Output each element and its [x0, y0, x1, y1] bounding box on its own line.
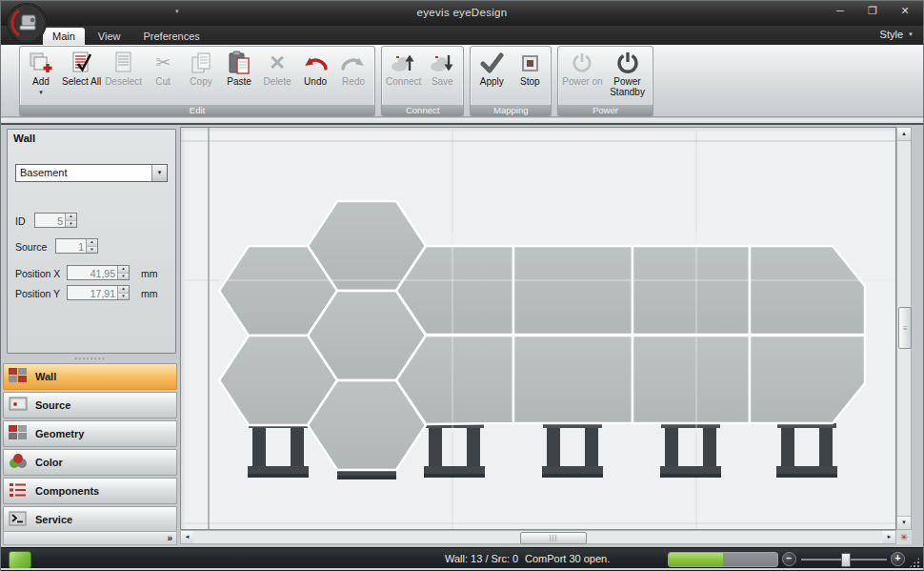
stop-button[interactable]: Stop — [511, 47, 549, 104]
id-value: 5 — [35, 214, 65, 227]
cut-label: Cut — [155, 77, 171, 88]
apply-button[interactable]: Apply — [472, 47, 511, 104]
tab-view[interactable]: View — [89, 28, 131, 45]
apply-check-icon — [480, 49, 504, 77]
add-button[interactable]: Add ▼ — [22, 47, 60, 104]
copy-label: Copy — [190, 77, 211, 88]
undo-button[interactable]: Undo — [296, 47, 334, 104]
position-x-field[interactable]: 41,95 ▲▼ — [67, 265, 130, 280]
source-spinner[interactable]: ▲▼ — [86, 239, 97, 253]
sidebar-item-service[interactable]: Service — [3, 506, 177, 533]
sidebar-item-components[interactable]: Components — [3, 478, 177, 504]
id-spinner[interactable]: ▲▼ — [65, 214, 76, 227]
source-label: Source — [15, 241, 47, 253]
save-download-icon — [430, 49, 455, 77]
app-window: ▾ eyevis eyeDesign ─ ❐ ✕ Main View Prefe… — [0, 0, 924, 571]
tab-main[interactable]: Main — [43, 28, 85, 45]
id-field[interactable]: 5 ▲▼ — [34, 213, 77, 228]
cube-display[interactable] — [750, 336, 865, 423]
window-bottom-edge — [1, 568, 923, 570]
deselect-label: Deselect — [105, 77, 142, 88]
design-canvas[interactable] — [180, 127, 896, 530]
save-button[interactable]: Save — [423, 47, 461, 104]
cube-display[interactable] — [513, 246, 633, 335]
redo-icon — [341, 49, 366, 77]
delete-button[interactable]: ✕ Delete — [258, 47, 296, 104]
vertical-scrollbar[interactable]: ▲ ☰ ▼ — [896, 127, 912, 530]
power-on-button[interactable]: Power on — [560, 47, 604, 104]
cube-display[interactable] — [750, 246, 865, 335]
position-x-spinner[interactable]: ▲▼ — [117, 266, 129, 279]
cut-button[interactable]: ✂ Cut — [144, 47, 182, 104]
deselect-button[interactable]: Deselect — [103, 47, 144, 104]
style-menu[interactable]: Style ▼ — [880, 29, 914, 40]
ribbon-tab-strip: Main View Preferences Style ▼ — [1, 26, 923, 45]
close-button[interactable]: ✕ — [896, 5, 914, 17]
redo-label: Redo — [342, 77, 365, 88]
deselect-icon — [112, 49, 134, 77]
chevron-down-icon[interactable]: ▼ — [151, 165, 167, 181]
sidebar-nav: Wall Source — [3, 363, 177, 535]
spinner-up-icon[interactable]: ▲ — [118, 266, 129, 274]
sidebar-item-label: Geometry — [35, 428, 84, 439]
app-logo-icon[interactable] — [6, 2, 48, 44]
wall-selector-dropdown[interactable]: Basement ▼ — [15, 164, 168, 182]
position-x-label: Position X — [15, 268, 60, 279]
power-on-label: Power on — [562, 77, 602, 88]
spinner-down-icon[interactable]: ▼ — [118, 274, 129, 280]
power-standby-button[interactable]: Power Standby — [605, 47, 651, 104]
maximize-button[interactable]: ❐ — [864, 5, 881, 17]
position-y-spinner[interactable]: ▲▼ — [117, 286, 129, 299]
power-on-icon — [571, 49, 593, 77]
spinner-up-icon[interactable]: ▲ — [87, 239, 97, 247]
collapse-sidebar-button[interactable]: » — [167, 533, 172, 543]
add-label: Add — [32, 77, 50, 88]
cube-display[interactable] — [633, 246, 750, 335]
power-standby-label: Power Standby — [607, 77, 649, 97]
spinner-up-icon[interactable]: ▲ — [66, 214, 76, 221]
position-x-value: 41,95 — [68, 266, 117, 279]
scroll-right-icon[interactable]: ► — [883, 531, 895, 543]
spinner-down-icon[interactable]: ▼ — [87, 247, 97, 254]
minimize-button[interactable]: ─ — [832, 5, 849, 17]
zoom-in-button[interactable]: + — [891, 552, 905, 566]
horizontal-scrollbar-thumb[interactable]: ||| — [520, 532, 587, 544]
tab-preferences[interactable]: Preferences — [134, 28, 210, 45]
source-value: 1 — [56, 239, 86, 253]
spinner-down-icon[interactable]: ▼ — [118, 294, 129, 300]
scroll-up-icon[interactable]: ▲ — [897, 128, 911, 141]
spinner-up-icon[interactable]: ▲ — [118, 286, 129, 294]
group-label-mapping: Mapping — [471, 105, 551, 116]
position-y-value: 17,91 — [68, 286, 117, 299]
source-field[interactable]: 1 ▲▼ — [55, 238, 98, 254]
copy-button[interactable]: Copy — [182, 47, 220, 104]
redo-button[interactable]: Redo — [334, 47, 372, 104]
progress-bar-fill — [669, 553, 723, 566]
wall-src-status: Wall: 13 / Src: 0 — [445, 553, 518, 564]
zoom-out-button[interactable]: − — [782, 552, 796, 566]
scroll-left-icon[interactable]: ◄ — [181, 531, 193, 543]
scroll-down-icon[interactable]: ▼ — [897, 516, 911, 529]
position-y-field[interactable]: 17,91 ▲▼ — [67, 285, 130, 300]
service-icon — [9, 511, 28, 528]
zoom-slider-thumb[interactable] — [841, 553, 851, 567]
sidebar-item-color[interactable]: Color — [3, 449, 177, 476]
sidebar-item-geometry[interactable]: Geometry — [3, 420, 177, 447]
spinner-down-icon[interactable]: ▼ — [66, 221, 76, 228]
position-y-unit: mm — [141, 288, 158, 299]
select-all-button[interactable]: Select All — [60, 47, 103, 104]
main-area: Wall Basement ▼ ID 5 ▲▼ Source 1 ▲▼ — [1, 123, 923, 547]
paste-button[interactable]: Paste — [220, 47, 258, 104]
window-resize-grip[interactable] — [909, 557, 920, 568]
connect-button[interactable]: Connect — [384, 47, 423, 104]
cube-display[interactable] — [633, 336, 750, 423]
chevron-down-icon: ▼ — [908, 31, 914, 37]
sidebar-item-source[interactable]: Source — [3, 392, 177, 418]
cube-display[interactable] — [513, 336, 633, 423]
sidebar-item-wall[interactable]: Wall — [3, 363, 177, 390]
ribbon-group-connect: Connect Save Connect — [381, 46, 464, 117]
sidebar-splitter-handle[interactable]: ▪▪▪▪▪▪▪▪ — [1, 356, 180, 362]
horizontal-scrollbar[interactable]: ◄ ||| ► — [180, 530, 896, 544]
position-x-unit: mm — [141, 268, 158, 279]
vertical-scrollbar-thumb[interactable]: ☰ — [898, 307, 912, 349]
